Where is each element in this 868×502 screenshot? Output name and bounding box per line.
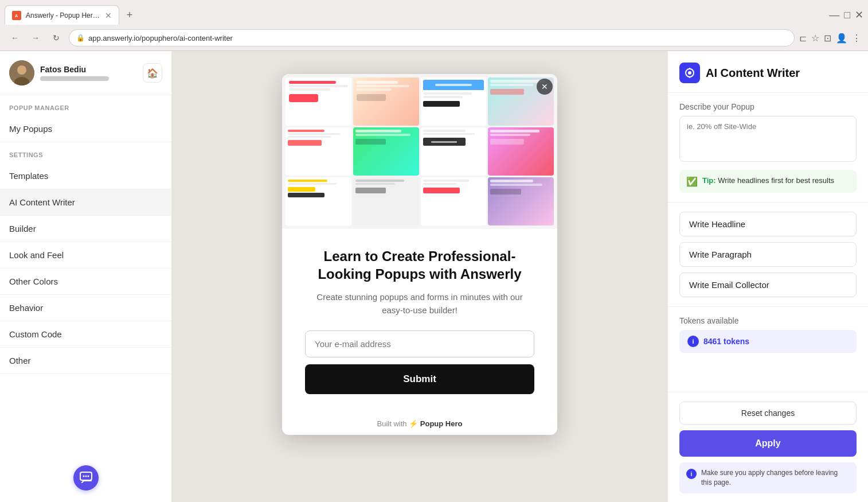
tab-title: Answerly - Popup Hero - AI C [26,11,100,20]
popup-submit-btn[interactable]: Submit [305,364,534,394]
svg-rect-8 [689,76,690,78]
popup-body: Learn to Create Professional-Looking Pop… [282,229,557,413]
preview-card [421,77,487,126]
preview-card [353,177,419,225]
popup-close-btn[interactable]: ✕ [537,79,553,95]
sidebar-item-behavior[interactable]: Behavior [0,295,171,321]
user-email [40,76,109,81]
write-email-collector-btn[interactable]: Write Email Collector [679,273,857,297]
svg-point-10 [83,476,85,477]
sidebar: Fatos Bediu 🏠 POPUP MANAGER My Popups SE… [0,51,172,502]
forward-btn[interactable]: → [28,30,44,46]
popup-built-with: Built with ⚡ Popup Hero [282,413,557,435]
sidebar-item-my-popups[interactable]: My Popups [0,116,171,142]
describe-section: Describe your Popup ✅ Tip: Write headlin… [668,93,868,203]
url-text: app.answerly.io/popuphero/ai-content-wri… [88,34,233,42]
right-panel-header: AI Content Writer [668,51,868,93]
svg-rect-7 [689,68,690,69]
popup-header-image: ✕ [282,74,557,229]
settings-label: SETTINGS [0,142,171,163]
sidebar-item-builder[interactable]: Builder [0,216,171,242]
describe-textarea[interactable] [679,116,857,162]
nav-actions: ⊏ ☆ ⊡ 👤 ⋮ [799,33,861,44]
tokens-box: i 8461 tokens [679,330,857,353]
refresh-btn[interactable]: ↻ [48,30,64,46]
preview-card [421,127,487,176]
preview-card [286,77,351,126]
svg-point-6 [688,71,691,75]
write-paragraph-btn[interactable]: Write Paragraph [679,242,857,267]
note-box: i Make sure you apply changes before lea… [679,462,857,493]
sidebar-item-other-colors[interactable]: Other Colors [0,268,171,295]
svg-text:A: A [15,14,18,18]
svg-point-12 [88,476,89,477]
write-buttons-section: Write Headline Write Paragraph Write Ema… [668,203,868,307]
user-info: Fatos Bediu [40,65,137,81]
tip-check-icon: ✅ [686,176,698,187]
preview-card [421,177,487,225]
sidebar-user-section: Fatos Bediu 🏠 [0,51,171,95]
preview-card [488,177,554,225]
tokens-info-icon: i [687,336,699,347]
back-btn[interactable]: ← [7,30,23,46]
window-close-btn[interactable]: ✕ [855,9,863,21]
extensions-icon[interactable]: ⊡ [824,33,831,44]
profile-icon[interactable]: 👤 [836,33,847,44]
tab-close-btn[interactable]: ✕ [105,11,112,20]
right-panel-title: AI Content Writer [706,67,800,80]
right-panel: AI Content Writer Describe your Popup ✅ … [667,51,868,502]
svg-point-11 [85,476,87,477]
sidebar-item-ai-content-writer[interactable]: AI Content Writer [0,189,171,216]
preview-card [286,177,351,225]
sidebar-item-other[interactable]: Other [0,348,171,374]
maximize-btn[interactable]: □ [844,9,850,21]
popup-subtitle: Create stunning popups and forms in minu… [305,291,534,317]
describe-label: Describe your Popup [679,102,857,111]
popup-hero-link[interactable]: ⚡ Popup Hero [409,419,462,428]
new-tab-btn[interactable]: + [122,7,138,23]
tokens-value: 8461 tokens [703,337,749,346]
sidebar-item-custom-code[interactable]: Custom Code [0,321,171,348]
browser-tab-active[interactable]: A Answerly - Popup Hero - AI C ✕ [5,5,119,25]
note-info-icon: i [686,469,697,479]
bookmark-icon[interactable]: ☆ [811,33,819,44]
user-name: Fatos Bediu [40,65,137,74]
preview-card [353,77,419,126]
share-icon[interactable]: ⊏ [799,33,807,44]
minimize-btn[interactable]: — [829,9,839,21]
preview-card [286,127,351,176]
right-panel-footer: Reset changes Apply i Make sure you appl… [668,392,868,502]
preview-card [488,127,554,176]
popup-title: Learn to Create Professional-Looking Pop… [305,247,534,283]
sidebar-item-look-and-feel[interactable]: Look and Feel [0,242,171,268]
preview-card [353,127,419,176]
ai-icon [679,63,700,83]
window-controls: — □ ✕ [829,9,863,21]
lock-icon: 🔒 [76,34,85,42]
svg-point-3 [17,65,26,75]
menu-icon[interactable]: ⋮ [852,33,861,44]
chat-btn[interactable] [73,465,99,491]
tip-box: ✅ Tip: Write headlines first for best re… [679,170,857,193]
tokens-section: Tokens available i 8461 tokens [668,307,868,362]
tip-text: Tip: Write headlines first for best resu… [702,176,834,186]
popup-email-input[interactable] [305,330,534,357]
popup-modal: ✕ Learn to Create Professional-Looking P… [282,74,557,435]
popup-manager-label: POPUP MANAGER [0,95,171,116]
write-headline-btn[interactable]: Write Headline [679,212,857,236]
avatar [9,60,34,85]
home-btn[interactable]: 🏠 [143,63,162,83]
sidebar-item-templates[interactable]: Templates [0,163,171,189]
content-area: ✕ Learn to Create Professional-Looking P… [172,51,667,502]
address-bar[interactable]: 🔒 app.answerly.io/popuphero/ai-content-w… [69,29,795,46]
reset-changes-btn[interactable]: Reset changes [679,402,857,425]
tokens-label: Tokens available [679,316,857,325]
tab-favicon: A [12,11,21,20]
note-text: Make sure you apply changes before leavi… [701,468,850,488]
apply-btn[interactable]: Apply [679,430,857,457]
